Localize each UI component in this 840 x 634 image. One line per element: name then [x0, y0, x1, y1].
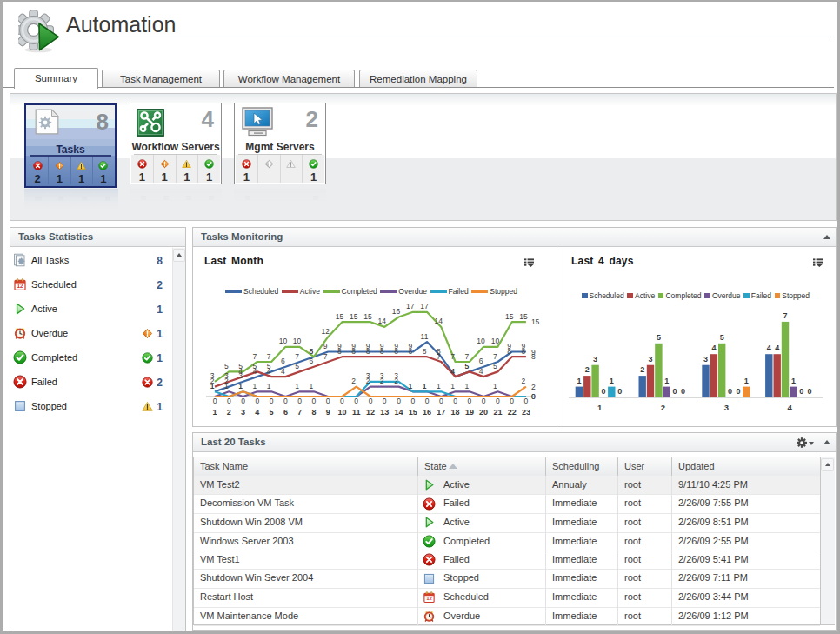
svg-text:3: 3 — [394, 371, 398, 380]
svg-text:0: 0 — [524, 397, 529, 405]
svg-text:4: 4 — [775, 344, 779, 352]
svg-text:0: 0 — [808, 387, 812, 396]
svg-text:7: 7 — [465, 352, 470, 361]
svg-text:3: 3 — [224, 371, 229, 380]
svg-text:0: 0 — [482, 397, 486, 405]
svg-text:5: 5 — [657, 333, 661, 342]
svg-text:7: 7 — [252, 352, 257, 361]
svg-text:2: 2 — [640, 365, 644, 374]
svg-text:0: 0 — [799, 387, 803, 396]
svg-text:0: 0 — [531, 392, 536, 401]
svg-text:0: 0 — [681, 387, 685, 396]
svg-text:15: 15 — [519, 312, 528, 321]
svg-text:1: 1 — [224, 382, 229, 390]
svg-text:0: 0 — [326, 397, 330, 405]
svg-text:7: 7 — [437, 352, 441, 361]
svg-text:3: 3 — [241, 408, 245, 417]
svg-text:7: 7 — [493, 352, 497, 361]
svg-text:9: 9 — [323, 342, 328, 350]
svg-text:0: 0 — [673, 387, 677, 396]
svg-text:14: 14 — [394, 408, 403, 417]
svg-text:3: 3 — [380, 371, 384, 380]
svg-text:0: 0 — [496, 397, 500, 405]
svg-text:5: 5 — [224, 362, 229, 370]
svg-text:16: 16 — [392, 307, 401, 316]
svg-text:7: 7 — [783, 311, 787, 320]
svg-text:4: 4 — [255, 408, 259, 417]
svg-text:6: 6 — [310, 357, 314, 365]
svg-text:0: 0 — [369, 397, 373, 405]
svg-text:0: 0 — [468, 397, 472, 405]
svg-text:0: 0 — [510, 397, 514, 405]
svg-text:23: 23 — [522, 408, 530, 417]
svg-text:14: 14 — [377, 317, 386, 325]
svg-text:8: 8 — [351, 347, 356, 356]
svg-text:0: 0 — [241, 397, 245, 405]
svg-text:8: 8 — [380, 347, 384, 356]
svg-text:1: 1 — [267, 382, 271, 390]
svg-text:15: 15 — [531, 317, 540, 326]
svg-text:1: 1 — [295, 382, 299, 390]
svg-text:0: 0 — [283, 397, 288, 405]
svg-text:6: 6 — [479, 357, 483, 365]
svg-text:15: 15 — [363, 312, 372, 321]
svg-text:1: 1 — [212, 408, 217, 417]
svg-text:9: 9 — [326, 408, 330, 417]
svg-text:0: 0 — [617, 387, 622, 396]
svg-text:5: 5 — [295, 362, 299, 370]
svg-text:0: 0 — [397, 397, 401, 405]
svg-text:1: 1 — [465, 382, 470, 390]
svg-text:2: 2 — [351, 377, 356, 385]
svg-text:17: 17 — [420, 302, 429, 310]
svg-text:5: 5 — [252, 362, 257, 370]
svg-text:1: 1 — [252, 382, 257, 390]
svg-text:8: 8 — [522, 347, 526, 356]
svg-text:1: 1 — [791, 377, 796, 385]
svg-text:7: 7 — [267, 352, 271, 361]
svg-text:1: 1 — [744, 377, 749, 385]
svg-text:17: 17 — [437, 408, 445, 417]
svg-text:2: 2 — [585, 365, 590, 374]
svg-text:15: 15 — [505, 312, 514, 321]
svg-text:11: 11 — [421, 332, 429, 341]
svg-text:3: 3 — [724, 403, 729, 412]
svg-text:10: 10 — [491, 337, 500, 345]
svg-text:0: 0 — [425, 397, 430, 405]
svg-text:4: 4 — [787, 403, 792, 412]
svg-text:0: 0 — [410, 397, 415, 405]
svg-text:15: 15 — [409, 408, 417, 417]
svg-text:5: 5 — [465, 362, 470, 370]
svg-text:0: 0 — [340, 397, 344, 405]
svg-text:16: 16 — [423, 408, 431, 417]
svg-text:8: 8 — [311, 408, 316, 417]
svg-text:8: 8 — [408, 347, 412, 356]
svg-text:0: 0 — [736, 387, 740, 396]
svg-text:1: 1 — [408, 382, 412, 390]
svg-text:5: 5 — [493, 362, 497, 370]
svg-text:8: 8 — [310, 347, 314, 356]
svg-text:10: 10 — [477, 337, 485, 345]
svg-text:4: 4 — [450, 367, 455, 376]
svg-text:1: 1 — [437, 382, 441, 390]
svg-text:0: 0 — [213, 397, 217, 405]
svg-text:14: 14 — [435, 317, 443, 325]
svg-text:8: 8 — [366, 347, 370, 356]
svg-text:13: 13 — [380, 408, 389, 417]
svg-text:2: 2 — [661, 403, 665, 412]
svg-text:3: 3 — [366, 371, 370, 380]
svg-text:1: 1 — [597, 403, 603, 412]
svg-text:1: 1 — [310, 382, 314, 390]
svg-text:4: 4 — [281, 367, 285, 376]
svg-text:7: 7 — [297, 408, 302, 417]
svg-text:10: 10 — [279, 337, 288, 345]
svg-text:3: 3 — [210, 371, 215, 380]
svg-text:5: 5 — [270, 408, 274, 417]
svg-text:4: 4 — [267, 367, 271, 376]
svg-text:0: 0 — [227, 397, 231, 405]
svg-text:2: 2 — [531, 383, 536, 391]
svg-text:0: 0 — [312, 397, 317, 405]
svg-text:1: 1 — [577, 377, 581, 385]
svg-text:1: 1 — [664, 377, 669, 385]
svg-text:0: 0 — [383, 397, 387, 405]
svg-text:2: 2 — [522, 377, 526, 385]
